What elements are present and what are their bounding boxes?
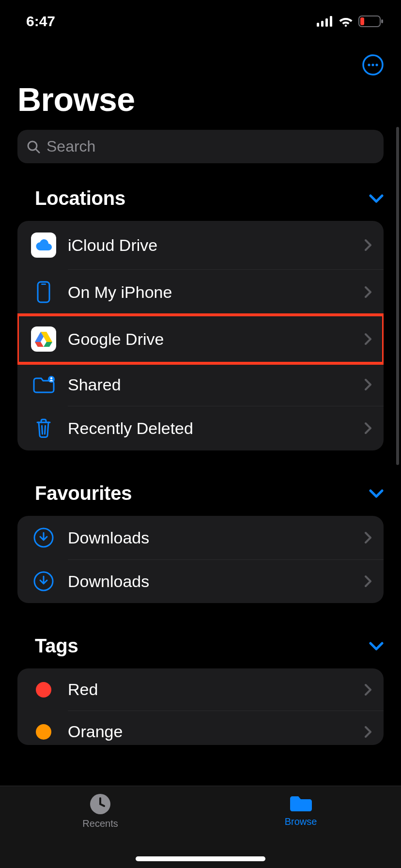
wifi-icon (338, 16, 354, 27)
cellular-icon (317, 16, 333, 27)
download-circle-icon (31, 571, 56, 591)
svg-line-13 (36, 149, 39, 153)
shared-folder-icon (31, 375, 56, 394)
status-icons (317, 16, 384, 27)
svg-point-4 (345, 25, 347, 27)
svg-line-23 (42, 426, 43, 434)
svg-rect-0 (317, 23, 319, 27)
svg-rect-6 (360, 17, 364, 25)
location-shared[interactable]: Shared (17, 363, 384, 406)
chevron-right-icon (364, 378, 372, 391)
location-recently-deleted[interactable]: Recently Deleted (17, 406, 384, 450)
favourite-downloads[interactable]: Downloads (17, 516, 384, 559)
chevron-right-icon (364, 531, 372, 544)
location-label: On My iPhone (68, 283, 353, 302)
search-field[interactable] (17, 130, 384, 163)
clock-icon (89, 793, 111, 815)
tab-bar: Recents Browse (0, 786, 401, 868)
iphone-icon (31, 281, 56, 303)
chevron-right-icon (364, 286, 372, 298)
locations-header[interactable]: Locations (0, 183, 401, 221)
search-icon (26, 140, 41, 154)
tag-red[interactable]: Red (17, 668, 384, 711)
locations-title: Locations (35, 187, 125, 209)
chevron-right-icon (364, 683, 372, 696)
icloud-icon (31, 232, 56, 258)
favourites-group: Downloads Downloads (17, 516, 384, 603)
svg-rect-3 (330, 16, 332, 27)
chevron-right-icon (364, 239, 372, 251)
favourite-label: Downloads (68, 572, 353, 591)
tab-label: Recents (82, 818, 118, 829)
page-title: Browse (0, 80, 401, 130)
svg-point-11 (375, 63, 378, 66)
tags-group: Red Orange (17, 668, 384, 745)
chevron-right-icon (364, 333, 372, 345)
tag-dot-icon (36, 724, 51, 740)
location-on-my-iphone[interactable]: On My iPhone (17, 269, 384, 315)
favourites-header[interactable]: Favourites (0, 478, 401, 516)
search-input[interactable] (46, 138, 375, 155)
tab-label: Browse (285, 816, 317, 827)
svg-point-22 (50, 377, 52, 379)
favourite-label: Downloads (68, 528, 353, 547)
favourites-title: Favourites (35, 482, 132, 504)
status-bar: 6:47 (0, 0, 401, 43)
folder-icon (288, 793, 313, 813)
chevron-down-icon (369, 642, 384, 651)
location-label: iCloud Drive (68, 236, 353, 255)
tag-dot-icon (36, 682, 51, 698)
trash-icon (31, 418, 56, 439)
chevron-right-icon (364, 726, 372, 738)
home-indicator[interactable] (136, 856, 265, 861)
scrollbar[interactable] (396, 127, 399, 465)
chevron-down-icon (369, 489, 384, 498)
svg-rect-7 (381, 19, 383, 23)
chevron-right-icon (364, 575, 372, 588)
tags-title: Tags (35, 635, 78, 657)
svg-rect-14 (38, 282, 49, 302)
more-options-button[interactable] (362, 54, 384, 76)
svg-line-24 (45, 426, 46, 434)
tag-orange[interactable]: Orange (17, 711, 384, 745)
location-label: Recently Deleted (68, 419, 353, 438)
tags-header[interactable]: Tags (0, 630, 401, 668)
status-time: 6:47 (26, 13, 55, 30)
tag-label: Red (68, 680, 353, 699)
location-label: Shared (68, 375, 353, 394)
battery-low-icon (358, 16, 384, 27)
favourite-downloads[interactable]: Downloads (17, 559, 384, 603)
locations-group: iCloud Drive On My iPhone (17, 221, 384, 450)
location-icloud-drive[interactable]: iCloud Drive (17, 221, 384, 269)
svg-point-9 (368, 63, 370, 66)
chevron-down-icon (369, 194, 384, 203)
ellipsis-circle-icon (362, 54, 384, 76)
location-google-drive[interactable]: Google Drive (17, 315, 384, 363)
location-label: Google Drive (68, 330, 353, 349)
tag-label: Orange (68, 722, 353, 741)
svg-rect-15 (41, 284, 46, 285)
svg-point-10 (371, 63, 374, 66)
chevron-right-icon (364, 422, 372, 434)
svg-rect-2 (325, 18, 328, 27)
svg-rect-1 (321, 21, 324, 27)
google-drive-icon (31, 326, 56, 352)
download-circle-icon (31, 527, 56, 548)
